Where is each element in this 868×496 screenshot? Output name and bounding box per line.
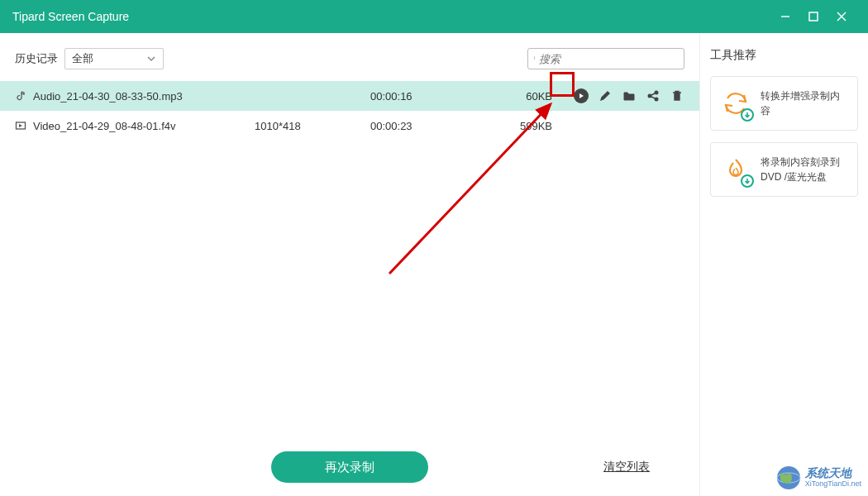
duration: 00:00:16 (370, 90, 494, 103)
bottom-bar: 再次录制 清空列表 (0, 438, 699, 496)
video-icon (15, 120, 33, 131)
audio-icon (15, 90, 33, 102)
tool-card-text: 将录制内容刻录到 DVD /蓝光光盘 (761, 155, 849, 184)
row-actions (574, 88, 684, 103)
edit-button[interactable] (598, 88, 613, 103)
minimize-button[interactable] (771, 0, 799, 33)
recording-list: Audio_21-04-30_08-33-50.mp3 00:00:16 60K… (0, 81, 699, 438)
delete-button[interactable] (670, 88, 684, 103)
convert-icon (719, 87, 752, 120)
burn-icon (719, 153, 752, 186)
svg-line-10 (651, 93, 655, 95)
svg-point-7 (655, 91, 658, 94)
download-badge-icon (741, 108, 754, 122)
list-row[interactable]: Video_21-04-29_08-48-01.f4v 1010*418 00:… (0, 111, 699, 141)
svg-point-9 (655, 98, 658, 101)
file-size: 599KB (494, 120, 552, 132)
titlebar: Tipard Screen Capture (0, 0, 868, 33)
duration: 00:00:23 (370, 120, 494, 132)
svg-marker-13 (19, 124, 22, 127)
resolution: 1010*418 (255, 120, 370, 132)
record-again-button[interactable]: 再次录制 (271, 451, 428, 483)
clear-list-button[interactable]: 清空列表 (603, 460, 650, 475)
svg-rect-1 (809, 12, 818, 21)
file-name: Video_21-04-29_08-48-01.f4v (33, 120, 255, 132)
search-box[interactable] (527, 48, 684, 69)
download-badge-icon (741, 174, 754, 188)
close-button[interactable] (827, 0, 856, 33)
main-panel: 历史记录 全部 Audio_21-04-30_08-33-50.mp3 00:0… (0, 33, 699, 496)
chevron-down-icon (146, 54, 156, 64)
history-label: 历史记录 (15, 51, 58, 66)
tool-card-burn[interactable]: 将录制内容刻录到 DVD /蓝光光盘 (710, 142, 858, 197)
app-title: Tipard Screen Capture (12, 10, 771, 23)
maximize-button[interactable] (799, 0, 827, 33)
svg-point-8 (648, 94, 651, 98)
list-row[interactable]: Audio_21-04-30_08-33-50.mp3 00:00:16 60K… (0, 81, 699, 111)
sidebar-title: 工具推荐 (710, 48, 858, 63)
toolbar: 历史记录 全部 (0, 48, 699, 81)
tool-card-text: 转换并增强录制内容 (761, 88, 849, 118)
filter-select[interactable]: 全部 (64, 48, 164, 69)
sidebar: 工具推荐 转换并增强录制内容 将录制内容刻录到 DVD /蓝光光盘 (699, 33, 868, 496)
globe-icon (775, 465, 802, 491)
svg-marker-6 (579, 93, 584, 98)
content-area: 历史记录 全部 Audio_21-04-30_08-33-50.mp3 00:0… (0, 33, 868, 496)
folder-button[interactable] (622, 88, 637, 103)
tool-card-convert[interactable]: 转换并增强录制内容 (710, 76, 858, 131)
svg-line-11 (651, 97, 655, 98)
search-input[interactable] (539, 53, 679, 65)
watermark: 系统天地 XiTongTianDi.net (775, 465, 861, 491)
play-button[interactable] (574, 88, 589, 103)
share-button[interactable] (646, 88, 661, 103)
search-icon (533, 53, 535, 64)
watermark-text: 系统天地 XiTongTianDi.net (805, 467, 861, 488)
filter-value: 全部 (72, 51, 93, 66)
file-size: 60KB (494, 90, 552, 103)
file-name: Audio_21-04-30_08-33-50.mp3 (33, 90, 255, 103)
